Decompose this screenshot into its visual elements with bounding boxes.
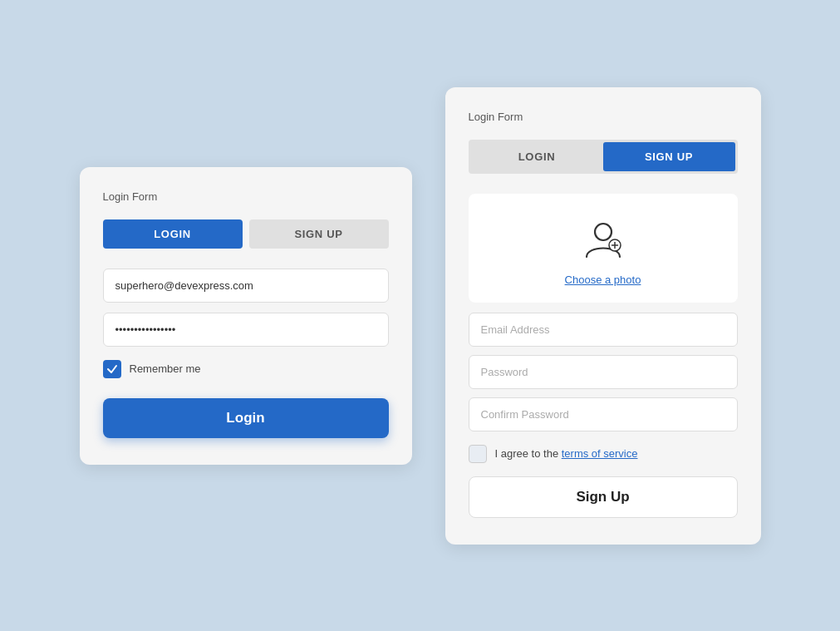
signup-card: Login Form LOGIN SIGN UP Choose a photo … — [445, 87, 761, 545]
remember-row: Remember me — [103, 360, 389, 378]
signup-email-input[interactable] — [469, 313, 738, 347]
photo-area: Choose a photo — [469, 194, 738, 303]
choose-photo-link[interactable]: Choose a photo — [565, 274, 641, 286]
terms-row: I agree to the terms of service — [469, 445, 738, 463]
login-tab-signup[interactable]: SIGN UP — [249, 219, 389, 249]
avatar-icon — [578, 214, 628, 264]
terms-text: I agree to the terms of service — [495, 447, 638, 460]
terms-link[interactable]: terms of service — [562, 447, 638, 460]
signup-tab-signup[interactable]: SIGN UP — [603, 142, 735, 171]
login-tab-row: LOGIN SIGN UP — [103, 219, 389, 249]
login-button[interactable]: Login — [103, 398, 389, 438]
signup-confirm-password-input[interactable] — [469, 397, 738, 431]
login-email-input[interactable] — [103, 269, 389, 303]
signup-card-title: Login Form — [469, 111, 738, 123]
signup-tab-login[interactable]: LOGIN — [471, 142, 603, 171]
signup-button[interactable]: Sign Up — [469, 476, 738, 518]
signup-tab-row: LOGIN SIGN UP — [469, 140, 738, 174]
login-tab-login[interactable]: LOGIN — [103, 219, 243, 249]
signup-password-input[interactable] — [469, 355, 738, 389]
login-card-title: Login Form — [103, 190, 389, 203]
login-password-input[interactable] — [103, 313, 389, 347]
remember-label: Remember me — [130, 362, 201, 375]
remember-checkbox[interactable] — [103, 360, 121, 378]
svg-point-0 — [595, 224, 612, 240]
login-card: Login Form LOGIN SIGN UP Remember me Log… — [80, 167, 412, 465]
terms-checkbox[interactable] — [469, 445, 487, 463]
